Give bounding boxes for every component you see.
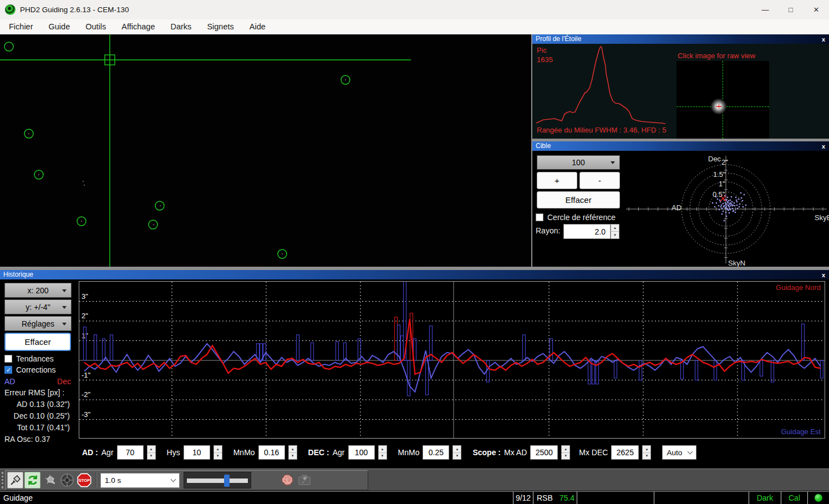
spin-up-icon[interactable] <box>148 446 155 452</box>
star-select-icon <box>43 473 57 487</box>
svg-text:2": 2" <box>721 158 728 166</box>
reference-circle-row[interactable]: Cercle de référence <box>536 213 616 222</box>
spin-down-icon[interactable] <box>562 452 569 460</box>
close-icon[interactable]: x <box>822 142 825 151</box>
close-icon[interactable]: x <box>822 271 825 279</box>
minimize-button[interactable]: — <box>752 0 778 19</box>
ra-minmove-input[interactable] <box>258 445 285 460</box>
svg-text:SkyE: SkyE <box>815 213 829 222</box>
history-yscale-dropdown[interactable]: y: +/-4" <box>4 299 72 314</box>
menu-aide[interactable]: Aide <box>242 19 273 34</box>
history-settings-dropdown[interactable]: Réglages <box>4 316 72 331</box>
spin-up-icon[interactable] <box>611 225 619 231</box>
close-icon[interactable]: x <box>822 35 825 44</box>
auto-select-star-button[interactable] <box>42 472 58 488</box>
target-zoom-dropdown[interactable]: 100 <box>537 155 620 170</box>
connect-icon <box>9 474 22 487</box>
spin-down-icon[interactable] <box>379 452 386 460</box>
corrections-checkbox[interactable] <box>4 366 12 374</box>
svg-text:STOP: STOP <box>78 478 90 483</box>
ra-minmove-spinner[interactable] <box>288 445 297 460</box>
history-clear-button[interactable]: Effacer <box>4 333 71 351</box>
camera-settings-button[interactable] <box>296 472 312 488</box>
stretch-slider[interactable] <box>184 472 251 488</box>
spin-up-icon[interactable] <box>214 446 222 452</box>
dec-aggression-spinner[interactable] <box>378 445 387 460</box>
menubar: Fichier Guide Outils Affichage Darks Sig… <box>0 19 829 34</box>
target-zoom-out-button[interactable]: - <box>579 172 620 189</box>
ra-agr-label: Agr <box>101 448 114 457</box>
star-profile-caption[interactable]: Profil de l'Étoile x <box>532 34 829 44</box>
rms-ra-value: AD 0.13 (0.32") <box>4 400 70 409</box>
spin-up-icon[interactable] <box>562 446 569 452</box>
dec-mode-dropdown[interactable]: Auto <box>662 445 696 460</box>
loop-icon <box>26 474 39 487</box>
hysteresis-spinner[interactable] <box>213 445 222 460</box>
trend-row[interactable]: Tendances <box>4 354 54 363</box>
status-empty-2 <box>654 492 749 504</box>
spin-down-icon[interactable] <box>289 452 297 460</box>
close-button[interactable]: ✕ <box>803 0 829 19</box>
guide-camera-view[interactable] <box>0 34 531 267</box>
max-dec-input[interactable] <box>611 445 639 460</box>
camera-wrench-icon <box>297 473 312 487</box>
history-title: Historique <box>3 271 33 278</box>
spin-up-icon[interactable] <box>289 446 297 452</box>
menu-guide[interactable]: Guide <box>41 19 78 34</box>
history-caption[interactable]: Historique x <box>0 270 829 279</box>
target-clear-button[interactable]: Effacer <box>537 191 620 208</box>
trend-checkbox[interactable] <box>4 355 12 363</box>
guide-target-icon <box>59 472 75 488</box>
max-ra-spinner[interactable] <box>561 445 570 460</box>
svg-text:Guidage Nord: Guidage Nord <box>776 283 821 292</box>
reference-circle-checkbox[interactable] <box>536 213 543 221</box>
toolbar-grip[interactable] <box>2 472 3 488</box>
exposure-dropdown[interactable]: 1.0 s <box>100 473 180 488</box>
spin-down-icon[interactable] <box>611 231 619 238</box>
guide-parameter-controls: AD : Agr Hys MnMo DEC : Agr MnMo Scope :… <box>82 445 700 460</box>
ra-aggression-input[interactable] <box>117 445 144 460</box>
target-caption[interactable]: Cible x <box>532 141 829 151</box>
ra-aggression-spinner[interactable] <box>147 445 156 460</box>
status-snr: RSB 75.4 <box>533 492 577 504</box>
hysteresis-input[interactable] <box>184 445 210 460</box>
spin-down-icon[interactable] <box>214 452 222 460</box>
spin-up-icon[interactable] <box>453 446 461 452</box>
start-guiding-button[interactable] <box>59 472 75 488</box>
stop-button[interactable]: STOP <box>76 472 92 488</box>
target-title: Cible <box>536 142 551 150</box>
dec-minmove-spinner[interactable] <box>452 445 461 460</box>
connect-equipment-button[interactable] <box>7 472 23 488</box>
ra-section-label: AD : <box>82 448 98 457</box>
loop-exposures-button[interactable] <box>24 472 40 488</box>
spin-down-icon[interactable] <box>643 452 650 460</box>
dec-aggression-input[interactable] <box>348 445 375 460</box>
radius-label: Rayon: <box>536 226 560 235</box>
spin-down-icon[interactable] <box>453 452 461 460</box>
max-ra-input[interactable] <box>530 445 558 460</box>
svg-text:-1": -1" <box>82 371 91 379</box>
toolbar-separator <box>96 472 97 488</box>
spin-up-icon[interactable] <box>379 446 386 452</box>
target-zoom-in-button[interactable]: + <box>537 172 577 189</box>
radius-spinner[interactable] <box>611 224 619 239</box>
dec-minmove-input[interactable] <box>423 445 449 460</box>
menu-darks[interactable]: Darks <box>163 19 200 34</box>
menu-signets[interactable]: Signets <box>199 19 241 34</box>
history-xscale-dropdown[interactable]: x: 200 <box>4 283 72 298</box>
spin-up-icon[interactable] <box>643 446 650 452</box>
status-frames: 9/12 <box>513 492 533 504</box>
star-centroid-marker-v <box>719 104 720 109</box>
max-dec-spinner[interactable] <box>642 445 651 460</box>
menu-affichage[interactable]: Affichage <box>114 19 162 34</box>
maximize-button[interactable]: □ <box>778 0 803 19</box>
star-thumbnail-image[interactable] <box>677 61 769 139</box>
menu-fichier[interactable]: Fichier <box>1 19 41 34</box>
star-profile-title: Profil de l'Étoile <box>536 35 581 43</box>
radius-input[interactable] <box>563 224 611 239</box>
menu-outils[interactable]: Outils <box>78 19 114 34</box>
slider-handle[interactable] <box>224 475 230 487</box>
corrections-row[interactable]: Corrections <box>4 365 56 374</box>
spin-down-icon[interactable] <box>148 452 155 460</box>
advanced-settings-button[interactable] <box>279 472 295 488</box>
